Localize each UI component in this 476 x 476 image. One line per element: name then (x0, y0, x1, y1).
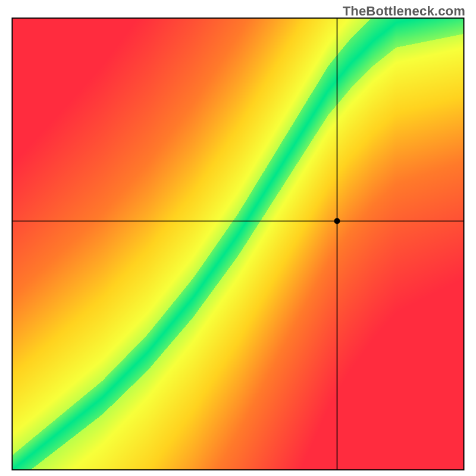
attribution-label: TheBottleneck.com (343, 4, 465, 19)
heatmap-canvas (0, 0, 476, 476)
bottleneck-chart: TheBottleneck.com (0, 0, 476, 476)
